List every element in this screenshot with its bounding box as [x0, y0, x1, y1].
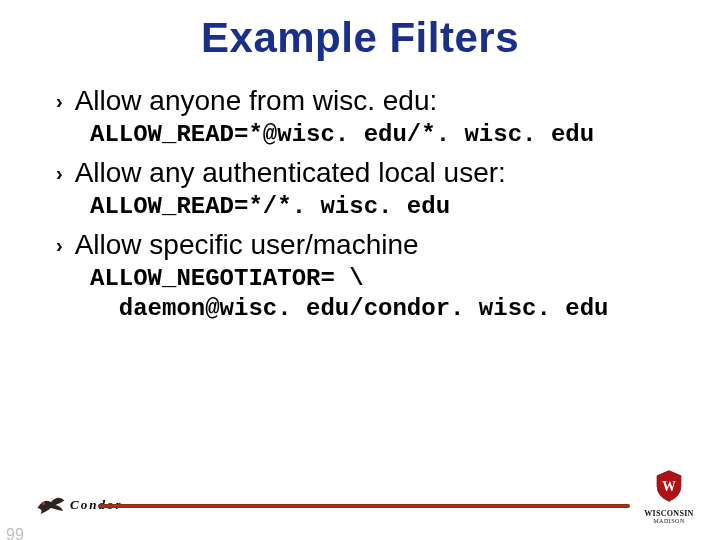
code-line: ALLOW_READ=*/*. wisc. edu — [90, 192, 686, 222]
svg-point-0 — [42, 502, 45, 505]
bullet-item: › Allow anyone from wisc. edu: — [56, 84, 686, 118]
condor-bird-icon — [36, 494, 66, 516]
wisconsin-logo-subtext: MADISON — [642, 518, 696, 524]
bullet-marker: › — [56, 84, 63, 118]
bullet-marker: › — [56, 228, 63, 262]
bullet-text: Allow specific user/machine — [75, 228, 419, 262]
bullet-item: › Allow specific user/machine — [56, 228, 686, 262]
footer-divider — [98, 504, 630, 508]
code-line: ALLOW_READ=*@wisc. edu/*. wisc. edu — [90, 120, 686, 150]
wisconsin-crest-icon: W — [652, 469, 686, 503]
slide-body: › Allow anyone from wisc. edu: ALLOW_REA… — [0, 84, 720, 324]
slide: Example Filters › Allow anyone from wisc… — [0, 14, 720, 540]
bullet-marker: › — [56, 156, 63, 190]
wisconsin-logo: W WISCONSIN MADISON — [642, 469, 696, 524]
bullet-item: › Allow any authenticated local user: — [56, 156, 686, 190]
bullet-text: Allow anyone from wisc. edu: — [75, 84, 438, 118]
wisconsin-logo-text: WISCONSIN — [642, 509, 696, 518]
slide-footer: 99 Condor W WISCONSIN MADISON — [0, 484, 720, 538]
bullet-text: Allow any authenticated local user: — [75, 156, 506, 190]
svg-text:W: W — [662, 479, 676, 494]
code-line: ALLOW_NEGOTIATOR= \ daemon@wisc. edu/con… — [90, 264, 686, 324]
slide-title: Example Filters — [0, 14, 720, 62]
page-number: 99 — [6, 526, 24, 540]
